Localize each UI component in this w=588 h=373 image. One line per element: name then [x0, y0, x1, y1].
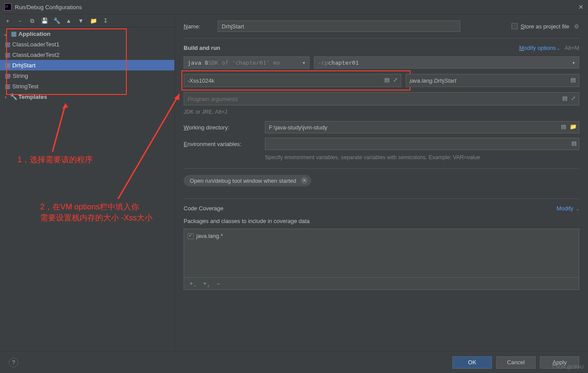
open-tool-tag[interactable]: Open run/debug tool window when started …	[184, 175, 311, 186]
env-hint: Specify environment variables, separate …	[265, 154, 579, 160]
code-coverage-title: Code Coverage	[184, 205, 223, 212]
gear-icon[interactable]: ⚙	[574, 23, 579, 30]
save-icon[interactable]: 💾	[41, 17, 47, 24]
add-package-icon[interactable]: ＋p	[202, 279, 209, 288]
cancel-button[interactable]: Cancel	[496, 356, 536, 369]
remove-tag-icon[interactable]: ✕	[301, 177, 308, 184]
remove-icon[interactable]: －	[216, 280, 221, 288]
watermark: CSDN @DRHJ	[553, 364, 584, 370]
window-title: Run/Debug Configurations	[15, 4, 82, 10]
store-label: Store as project file	[521, 23, 569, 30]
chevron-down-icon: ▾	[572, 59, 575, 66]
working-dir-input[interactable]	[265, 121, 579, 133]
env-vars-input[interactable]	[265, 138, 579, 150]
arrow-2	[114, 90, 184, 203]
name-label: Name:	[184, 23, 218, 30]
config-tree: ⌄ ▦ Application ▦ClassLoaderTest1 ▦Class…	[0, 28, 174, 351]
store-checkbox[interactable]	[511, 23, 518, 29]
program-args-input[interactable]	[184, 92, 579, 105]
name-input[interactable]	[218, 21, 460, 32]
env-label: Environment variables:	[184, 141, 265, 147]
annotation-2: 2，在VM options栏中填入你 需要设置栈内存的大小 -Xss大小	[40, 202, 171, 223]
fullscreen-icon[interactable]: ⤢	[393, 77, 398, 83]
vm-options-input[interactable]	[184, 74, 401, 87]
coverage-checkbox[interactable]	[188, 233, 194, 239]
cc-modify-link[interactable]: Modify ⌄	[557, 205, 579, 212]
ok-button[interactable]: OK	[452, 356, 492, 369]
add-class-icon[interactable]: ＋c	[188, 279, 196, 288]
app-icon	[4, 3, 11, 10]
main-class-input[interactable]	[406, 74, 579, 87]
modify-options-link[interactable]: Modify options⌄	[519, 45, 560, 51]
svg-marker-1	[62, 104, 68, 109]
folder-icon[interactable]: 📁	[90, 17, 96, 24]
copy-icon[interactable]: ⧉	[29, 17, 35, 24]
coverage-list: java.lang.* ＋c ＋p －	[184, 229, 579, 290]
sort-icon[interactable]: ↧	[102, 17, 108, 24]
svg-line-2	[118, 94, 179, 199]
expand-icon[interactable]: ▤	[384, 77, 390, 83]
remove-icon[interactable]: －	[17, 17, 23, 25]
arrow-1	[44, 99, 70, 156]
fullscreen-icon[interactable]: ⤢	[571, 95, 576, 101]
build-run-title: Build and run	[184, 45, 220, 51]
list-icon[interactable]: ▤	[571, 77, 576, 83]
wrench-icon[interactable]: 🔧	[53, 17, 59, 24]
classpath-select[interactable]: -cp chapter01 ▾	[314, 56, 579, 69]
cc-subtitle: Packages and classes to include in cover…	[184, 218, 579, 224]
jdk-hint: JDK or JRE. Alt+J	[184, 109, 579, 115]
modify-shortcut: Alt+M	[564, 45, 579, 51]
up-icon[interactable]: ▲	[66, 17, 72, 24]
annotation-box-1	[6, 28, 127, 95]
chevron-down-icon: ▾	[302, 59, 306, 66]
browse-folder-icon[interactable]: 📁	[570, 123, 577, 130]
list-icon[interactable]: ▤	[562, 95, 567, 101]
config-toolbar: ＋ － ⧉ 💾 🔧 ▲ ▼ 📁 ↧	[0, 14, 174, 28]
svg-line-0	[52, 104, 66, 152]
help-button[interactable]: ?	[9, 358, 18, 367]
wd-label: Working directory:	[184, 124, 265, 131]
coverage-item[interactable]: java.lang.*	[188, 233, 575, 239]
list-icon[interactable]: ▤	[571, 140, 577, 146]
annotation-1: 1，选择需要该的程序	[17, 154, 93, 165]
add-icon[interactable]: ＋	[4, 17, 10, 25]
down-icon[interactable]: ▼	[78, 17, 84, 24]
jdk-select[interactable]: java 8 SDK of 'chapter01' mo ▾	[184, 56, 310, 69]
list-icon[interactable]: ▤	[561, 123, 566, 130]
close-icon[interactable]: ✕	[578, 3, 584, 10]
